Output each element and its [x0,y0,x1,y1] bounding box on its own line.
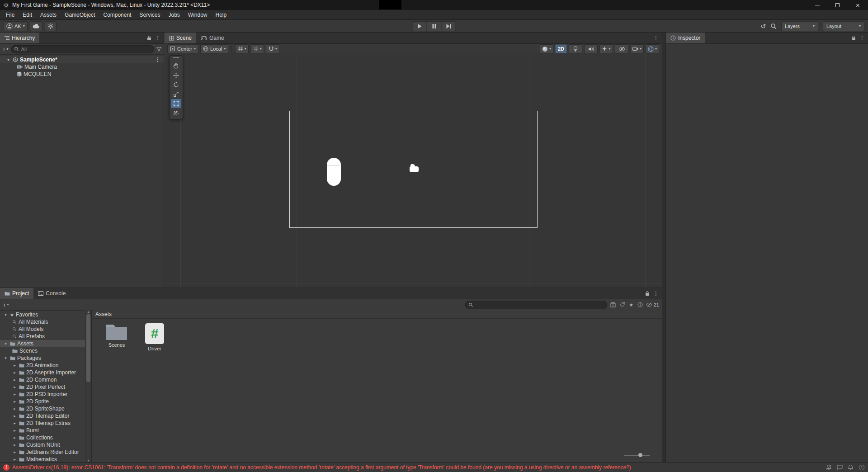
save-search-icon[interactable]: ★ [629,302,633,307]
scene-audio-toggle[interactable] [584,44,598,53]
status-error-message[interactable]: Assets\Driver.cs(16,19): error CS1061: '… [12,464,631,471]
view-hand-tool-button[interactable] [171,61,181,70]
tree-item-package[interactable]: ▸2D PSD Importer [0,391,91,398]
tree-item-package[interactable]: ▸2D Animation [0,362,91,369]
tree-item-package[interactable]: ▸Mathematics [0,456,91,463]
tree-item-scenes[interactable]: Scenes [0,347,91,354]
scene-viewport[interactable] [165,53,662,288]
panel-menu-icon[interactable]: ⋮ [859,35,865,41]
project-search-field[interactable] [465,301,607,309]
expander-icon[interactable]: ▸ [12,414,17,418]
layers-dropdown[interactable]: Layers ▾ [781,21,818,31]
tree-item-packages[interactable]: ▾ Packages [0,354,91,362]
transform-tool-button[interactable] [171,109,181,118]
cloud-button[interactable] [30,21,42,31]
asset-item-driver[interactable]: # Driver [142,323,168,351]
scroll-down-icon[interactable]: ▼ [85,459,91,462]
expander-icon[interactable]: ▾ [6,57,11,62]
tree-item-package[interactable]: ▸Collections [0,434,91,441]
expander-icon[interactable]: ▸ [12,378,17,382]
expander-icon[interactable]: ▸ [12,385,17,389]
tree-item-package[interactable]: ▸2D Tilemap Editor [0,412,91,420]
expander-icon[interactable]: ▾ [3,341,8,346]
expander-icon[interactable]: ▸ [12,363,17,368]
scrollbar-thumb[interactable] [86,314,90,382]
menubar-item-jobs[interactable]: Jobs [164,10,184,19]
gizmos-dropdown[interactable]: ▾ [646,44,659,53]
menubar-item-file[interactable]: File [2,10,19,19]
menubar-item-help[interactable]: Help [212,10,231,19]
panel-lock-icon[interactable] [851,35,856,41]
expander-icon[interactable]: ▸ [12,428,17,433]
panel-lock-icon[interactable] [645,291,650,296]
expander-icon[interactable]: ▸ [12,457,17,462]
search-info-icon[interactable] [637,302,643,307]
move-tool-button[interactable] [171,71,181,80]
search-by-label-icon[interactable] [620,302,625,307]
hierarchy-filter-button[interactable] [156,47,161,52]
mcqueen-sprite[interactable] [410,166,419,172]
hidden-packages-count[interactable]: 21 [646,302,659,307]
panel-splitter[interactable] [662,33,665,462]
shading-mode-dropdown[interactable]: ▾ [540,44,553,53]
tree-item-all-models[interactable]: All Models [0,326,91,333]
menubar-item-gameobject[interactable]: GameObject [61,10,99,19]
tree-item-all-materials[interactable]: All Materials [0,318,91,326]
menubar-item-edit[interactable]: Edit [19,10,36,19]
tree-item-all-prefabs[interactable]: All Prefabs [0,333,91,340]
capsule-sprite[interactable] [327,158,341,186]
panel-menu-icon[interactable]: ⋮ [653,35,659,41]
grid-snap-toggle[interactable]: ▾ [235,44,249,53]
expander-icon[interactable]: ▸ [12,435,17,440]
expander-icon[interactable]: ▾ [3,312,8,317]
expander-icon[interactable]: ▸ [12,399,17,404]
hierarchy-scene-row[interactable]: ▾ SampleScene* ⋮ [0,56,164,63]
tree-scrollbar[interactable]: ▲ ▼ [85,310,91,463]
search-button[interactable] [770,23,777,29]
services-button[interactable] [45,21,57,31]
tree-item-assets[interactable]: ▾ Assets [0,340,91,347]
account-button[interactable]: AK ▾ [4,21,28,31]
menubar-item-window[interactable]: Window [184,10,212,19]
icon-size-slider[interactable] [624,453,650,458]
expander-icon[interactable]: ▾ [3,356,8,360]
rect-tool-button[interactable] [171,99,181,108]
asset-item-scenes[interactable]: Scenes [104,323,130,351]
background-tasks-icon[interactable] [859,464,865,471]
scale-tool-button[interactable] [171,90,181,99]
tab-console[interactable]: Console [33,288,70,299]
scene-lighting-toggle[interactable] [569,44,582,53]
mode-2d-toggle[interactable]: 2D [555,44,567,53]
tree-item-package[interactable]: ▸Custom NUnit [0,441,91,448]
bell-icon[interactable] [848,464,854,470]
tree-item-package[interactable]: ▸2D Tilemap Extras [0,420,91,427]
hidden-objects-toggle[interactable] [615,44,628,53]
step-button[interactable] [441,21,456,31]
menubar-item-component[interactable]: Component [99,10,135,19]
tree-item-package[interactable]: ▸Burst [0,427,91,434]
panel-menu-icon[interactable]: ⋮ [155,35,160,41]
hierarchy-item-mcqueen[interactable]: MCQUEEN [0,71,164,78]
tree-item-package[interactable]: ▸2D SpriteShape [0,405,91,412]
hierarchy-search-input[interactable]: All [11,45,154,53]
tree-item-package[interactable]: ▸2D Common [0,376,91,383]
pause-button[interactable] [427,21,441,31]
camera-settings-dropdown[interactable]: ▾ [630,44,644,53]
close-button[interactable]: × [848,0,868,10]
tab-project[interactable]: Project [0,288,33,299]
add-gameobject-button[interactable]: + ▾ [2,46,9,52]
tree-item-package[interactable]: ▸2D Aseprite Importer [0,369,91,376]
undo-history-button[interactable]: ↺ [760,23,766,30]
panel-menu-icon[interactable]: ⋮ [653,291,659,296]
tab-hierarchy[interactable]: Hierarchy [0,33,39,43]
expander-icon[interactable]: ▸ [12,443,17,447]
scroll-up-icon[interactable]: ▲ [85,310,91,313]
layout-dropdown[interactable]: Layout ▾ [823,21,864,31]
tab-inspector[interactable]: Inspector [666,33,705,43]
scene-options-icon[interactable]: ⋮ [155,57,160,62]
hierarchy-item-main-camera[interactable]: Main Camera [0,63,164,71]
tool-handle-pivot-dropdown[interactable]: Center ▾ [167,44,198,53]
slider-knob[interactable] [638,453,642,457]
tree-item-package[interactable]: ▸JetBrains Rider Editor [0,448,91,456]
expander-icon[interactable]: ▸ [12,392,17,396]
